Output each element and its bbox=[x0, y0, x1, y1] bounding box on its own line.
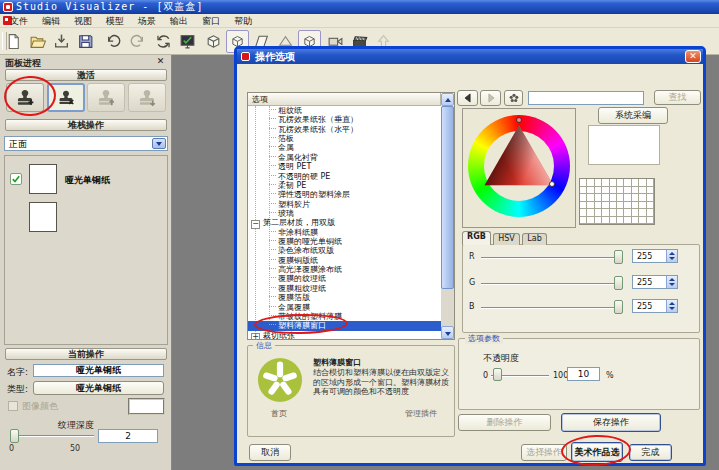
swatch-cell[interactable] bbox=[624, 202, 631, 210]
stamp-add-button[interactable] bbox=[6, 83, 44, 112]
tree-item[interactable]: 玻璃 bbox=[248, 209, 441, 218]
menu-item-3[interactable]: 模型 bbox=[102, 14, 128, 29]
spinner-arrows-icon[interactable] bbox=[666, 276, 677, 288]
swatch-cell[interactable] bbox=[595, 187, 602, 195]
texture-depth-track[interactable] bbox=[12, 435, 94, 437]
tree-item[interactable]: 覆膜的哑光单铜纸 bbox=[248, 237, 441, 246]
scroll-down-icon[interactable] bbox=[441, 326, 454, 339]
swatch-cell[interactable] bbox=[617, 179, 624, 187]
tree-item[interactable]: 透明 PET bbox=[248, 162, 441, 171]
new-document-icon[interactable] bbox=[2, 30, 25, 53]
menu-item-1[interactable]: 编辑 bbox=[38, 14, 64, 29]
swatch-cell[interactable] bbox=[639, 187, 646, 195]
swatch-cell[interactable] bbox=[632, 217, 639, 225]
swatch-cell[interactable] bbox=[602, 187, 609, 195]
swatch-cell[interactable] bbox=[617, 202, 624, 210]
opacity-input[interactable] bbox=[567, 367, 600, 381]
sv-marker[interactable] bbox=[549, 181, 555, 187]
tree-item[interactable]: 瓦楞效果纸张（垂直） bbox=[248, 115, 441, 124]
swatch-cell[interactable] bbox=[647, 194, 654, 202]
swatch-cell[interactable] bbox=[632, 187, 639, 195]
tree-column-header[interactable]: 选项 bbox=[248, 93, 441, 106]
tree-item[interactable]: 弹性透明的塑料涂层 bbox=[248, 190, 441, 199]
opacity-handle[interactable] bbox=[493, 368, 502, 381]
type-button[interactable]: 哑光单铜纸 bbox=[33, 381, 164, 395]
close-icon[interactable]: ✕ bbox=[685, 50, 701, 63]
swatch-cell[interactable] bbox=[624, 187, 631, 195]
panel-close-icon[interactable]: ✕ bbox=[155, 56, 166, 67]
swatch-cell[interactable] bbox=[587, 179, 594, 187]
spinner-arrows-icon[interactable] bbox=[666, 300, 677, 312]
slider-handle-g[interactable] bbox=[614, 276, 623, 290]
tree-scrollbar[interactable] bbox=[441, 106, 454, 339]
swatch-cell[interactable] bbox=[595, 209, 602, 217]
hue-marker[interactable] bbox=[516, 117, 522, 123]
open-folder-icon[interactable] bbox=[26, 30, 49, 53]
tree-item[interactable]: −第二层材质，用双版 bbox=[248, 218, 441, 227]
swatch-cell[interactable] bbox=[595, 179, 602, 187]
expand-width-icon[interactable] bbox=[202, 30, 225, 53]
tree-item[interactable]: 覆膜箔版 bbox=[248, 293, 441, 302]
layer-swatch[interactable] bbox=[29, 164, 57, 194]
done-button[interactable]: 完成 bbox=[629, 444, 672, 461]
tree-item[interactable]: 染色涂布纸双版 bbox=[248, 246, 441, 255]
swatch-cell[interactable] bbox=[624, 179, 631, 187]
swatch-cell[interactable] bbox=[617, 209, 624, 217]
swatch-cell[interactable] bbox=[587, 202, 594, 210]
swatch-cell[interactable] bbox=[617, 217, 624, 225]
layer-checkbox-icon[interactable] bbox=[10, 173, 22, 185]
swatch-cell[interactable] bbox=[624, 217, 631, 225]
tree-item[interactable]: 金属 bbox=[248, 143, 441, 152]
side-selector-dropdown[interactable]: 正面 bbox=[4, 136, 168, 151]
swatch-cell[interactable] bbox=[647, 202, 654, 210]
swatch-cell[interactable] bbox=[580, 194, 587, 202]
swatch-cell[interactable] bbox=[580, 209, 587, 217]
texture-depth-handle[interactable] bbox=[10, 429, 19, 443]
swatch-cell[interactable] bbox=[639, 217, 646, 225]
swatch-cell[interactable] bbox=[580, 217, 587, 225]
swatch-cell[interactable] bbox=[595, 194, 602, 202]
stamp-delete-button[interactable] bbox=[47, 83, 85, 112]
swatch-cell[interactable] bbox=[587, 209, 594, 217]
swatch-cell[interactable] bbox=[595, 217, 602, 225]
tree-item[interactable]: 不透明的硬 PE bbox=[248, 172, 441, 181]
swatch-cell[interactable] bbox=[610, 194, 617, 202]
scrollbar-thumb[interactable] bbox=[441, 106, 454, 289]
texture-depth-input[interactable] bbox=[98, 429, 158, 443]
menu-item-2[interactable]: 视图 bbox=[70, 14, 96, 29]
tree-item[interactable]: 箔板 bbox=[248, 134, 441, 143]
slider-handle-r[interactable] bbox=[614, 250, 623, 264]
slider-track-r[interactable] bbox=[481, 257, 619, 259]
swatch-cell[interactable] bbox=[639, 209, 646, 217]
manage-plugins-link[interactable]: 管理插件 bbox=[405, 408, 437, 419]
chevron-down-icon[interactable] bbox=[152, 138, 166, 149]
swatch-cell[interactable] bbox=[602, 217, 609, 225]
tree-item[interactable]: 高光泽覆膜涂布纸 bbox=[248, 265, 441, 274]
tree-item[interactable]: 金属化衬背 bbox=[248, 153, 441, 162]
tree-expand-icon[interactable]: + bbox=[251, 333, 260, 339]
menu-item-0[interactable]: 文件 bbox=[6, 14, 32, 29]
slider-track-g[interactable] bbox=[481, 283, 619, 285]
swatch-cell[interactable] bbox=[624, 194, 631, 202]
swatch-cell[interactable] bbox=[580, 179, 587, 187]
swatch-cell[interactable] bbox=[647, 187, 654, 195]
tree-item[interactable]: 粗纹纸 bbox=[248, 106, 441, 115]
tree-item[interactable]: 柔韧 PE bbox=[248, 181, 441, 190]
swatch-cell[interactable] bbox=[624, 209, 631, 217]
undo-icon[interactable] bbox=[102, 30, 125, 53]
render-monitor-icon[interactable] bbox=[176, 30, 199, 53]
cancel-button[interactable]: 取消 bbox=[249, 444, 291, 461]
swatch-cell[interactable] bbox=[602, 179, 609, 187]
artwork-selection-button[interactable]: 美术作品选 bbox=[571, 442, 623, 462]
name-input[interactable] bbox=[33, 364, 164, 377]
swatch-cell[interactable] bbox=[587, 194, 594, 202]
swatch-cell[interactable] bbox=[617, 187, 624, 195]
menu-item-4[interactable]: 场景 bbox=[134, 14, 160, 29]
tab-lab[interactable]: Lab bbox=[522, 233, 547, 245]
system-picker-button[interactable]: 系统采编 bbox=[598, 107, 668, 124]
swatch-cell[interactable] bbox=[587, 187, 594, 195]
swatch-cell[interactable] bbox=[639, 179, 646, 187]
tree-item[interactable]: 覆膜粗纹理纸 bbox=[248, 284, 441, 293]
swatch-cell[interactable] bbox=[632, 209, 639, 217]
swatch-cell[interactable] bbox=[632, 202, 639, 210]
